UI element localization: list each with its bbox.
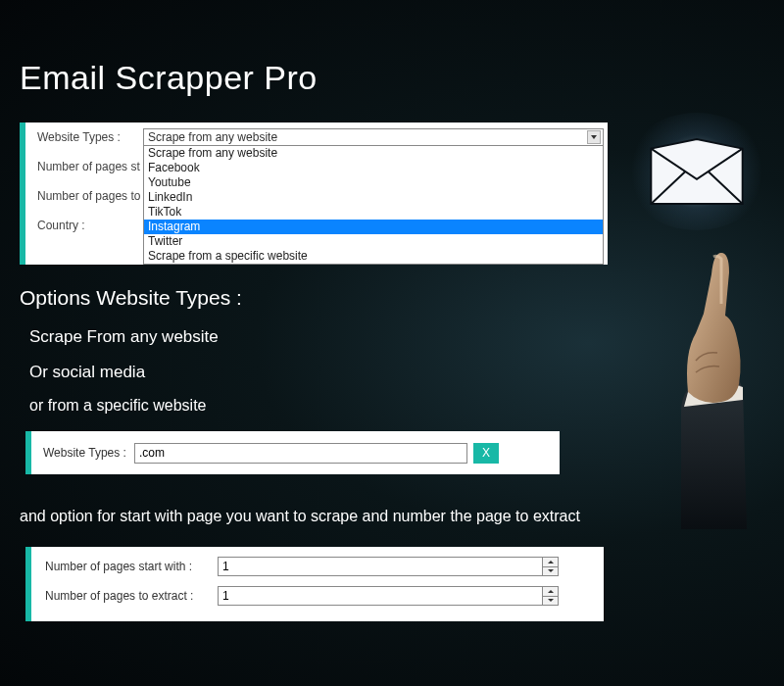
option-line-specific-website: or from a specific website bbox=[29, 397, 207, 415]
settings-panel-top: Website Types : Number of pages st Numbe… bbox=[20, 122, 608, 265]
pages-option-description: and option for start with page you want … bbox=[20, 508, 580, 525]
pages-extract-label-2: Number of pages to extract : bbox=[45, 589, 218, 603]
dropdown-option[interactable]: Scrape from any website bbox=[144, 146, 603, 161]
dropdown-option[interactable]: Facebook bbox=[144, 161, 603, 175]
svg-marker-0 bbox=[651, 139, 742, 204]
stepper-buttons bbox=[542, 558, 558, 575]
option-line-social-media: Or social media bbox=[29, 363, 145, 382]
stepper-up-icon[interactable] bbox=[543, 558, 558, 567]
page-title: Email Scrapper Pro bbox=[0, 0, 784, 97]
option-line-any-website: Scrape From any website bbox=[29, 327, 219, 347]
dropdown-option[interactable]: Youtube bbox=[144, 175, 603, 190]
pages-start-stepper[interactable] bbox=[218, 557, 559, 576]
decorative-art bbox=[588, 118, 784, 529]
pages-extract-row: Number of pages to extract : bbox=[45, 586, 590, 606]
website-types-label-2: Website Types : bbox=[43, 446, 126, 460]
stepper-buttons-2 bbox=[542, 587, 558, 605]
specific-website-panel: Website Types : X bbox=[25, 431, 560, 474]
chevron-down-icon[interactable] bbox=[587, 130, 601, 144]
pages-extract-label: Number of pages to bbox=[37, 189, 140, 203]
panel1-label-column: Website Types : Number of pages st Numbe… bbox=[37, 130, 140, 248]
pages-start-row: Number of pages start with : bbox=[45, 557, 590, 576]
pages-start-with-label: Number of pages start with : bbox=[45, 560, 218, 573]
envelope-icon bbox=[649, 137, 745, 206]
dropdown-selected[interactable]: Scrape from any website bbox=[144, 129, 603, 146]
svg-line-1 bbox=[651, 172, 685, 204]
country-label: Country : bbox=[37, 219, 140, 232]
dropdown-option[interactable]: Twitter bbox=[144, 234, 603, 249]
dropdown-list: Scrape from any websiteFacebookYoutubeLi… bbox=[144, 146, 603, 264]
stepper-up-icon[interactable] bbox=[543, 587, 558, 597]
pages-extract-stepper[interactable] bbox=[218, 586, 559, 606]
pages-start-label: Number of pages st bbox=[37, 160, 140, 173]
clear-button[interactable]: X bbox=[473, 443, 499, 464]
pages-extract-input[interactable] bbox=[219, 587, 542, 605]
stepper-down-icon[interactable] bbox=[543, 567, 558, 576]
options-heading: Options Website Types : bbox=[20, 286, 242, 310]
dropdown-option[interactable]: TikTok bbox=[144, 205, 603, 220]
website-types-label: Website Types : bbox=[37, 130, 140, 144]
svg-line-2 bbox=[709, 172, 743, 204]
stepper-down-icon[interactable] bbox=[543, 597, 558, 606]
pages-start-input[interactable] bbox=[219, 558, 542, 575]
dropdown-option[interactable]: Instagram bbox=[144, 220, 603, 234]
dropdown-option[interactable]: Scrape from a specific website bbox=[144, 249, 603, 264]
pointing-hand-image bbox=[627, 245, 774, 529]
dropdown-selected-text: Scrape from any website bbox=[148, 130, 277, 144]
website-domain-input[interactable] bbox=[134, 443, 467, 464]
website-types-dropdown[interactable]: Scrape from any website Scrape from any … bbox=[143, 128, 604, 265]
dropdown-option[interactable]: LinkedIn bbox=[144, 190, 603, 205]
pages-panel: Number of pages start with : Number of p… bbox=[25, 547, 604, 621]
